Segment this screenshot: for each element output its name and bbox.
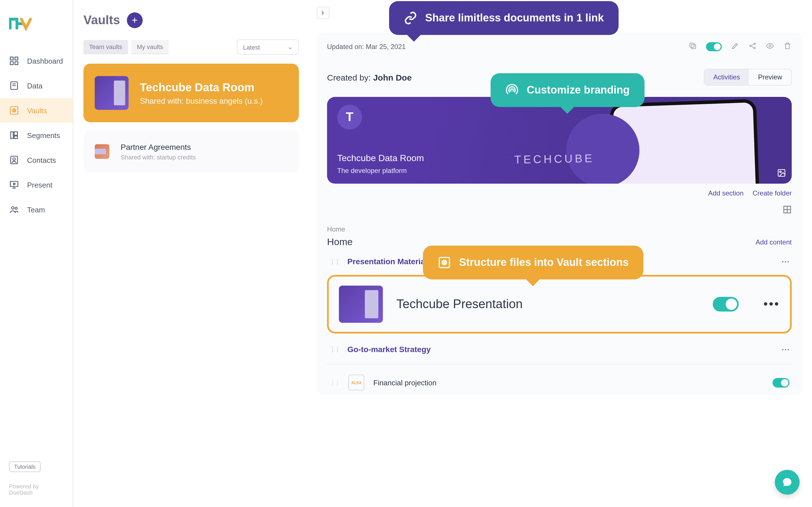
created-by: Created by: John Doe [327, 72, 412, 82]
create-folder-link[interactable]: Create folder [753, 189, 792, 197]
chat-fab[interactable] [775, 470, 800, 495]
svg-point-17 [750, 45, 751, 47]
data-icon [9, 80, 19, 91]
sidebar-item-label: Segments [27, 131, 60, 139]
sidebar-item-label: Vaults [27, 106, 47, 115]
tab-my-vaults[interactable]: My vaults [131, 40, 168, 54]
sidebar: Dashboard Data Vaults Segments Contacts … [0, 0, 73, 507]
drag-handle-icon[interactable]: ⋮⋮ [329, 379, 340, 386]
svg-rect-9 [14, 136, 17, 138]
file-visibility-toggle[interactable] [772, 378, 790, 387]
breadcrumb: Home [327, 225, 792, 233]
svg-rect-0 [10, 57, 13, 60]
svg-point-22 [779, 171, 781, 172]
svg-rect-16 [690, 43, 694, 47]
add-section-link[interactable]: Add section [708, 189, 744, 197]
svg-rect-15 [691, 45, 696, 49]
sort-value: Latest [243, 44, 260, 50]
vault-section-icon [438, 256, 451, 269]
svg-rect-3 [15, 62, 18, 65]
vault-thumbnail [95, 144, 109, 159]
add-content-link[interactable]: Add content [756, 238, 792, 246]
file-thumbnail [339, 286, 383, 323]
trash-icon[interactable] [783, 42, 792, 52]
banner-tagline: The developer platform [337, 167, 781, 175]
xlsx-file-icon: XLSX [349, 375, 364, 390]
more-icon[interactable]: ⋯ [781, 345, 790, 354]
vault-card-partner[interactable]: Partner Agreements Shared with: startup … [84, 130, 299, 173]
sidebar-item-label: Team [27, 205, 45, 214]
sidebar-item-label: Present [27, 180, 52, 189]
vault-title: Techcube Data Room [140, 81, 263, 94]
edit-icon[interactable] [731, 42, 739, 52]
section-name: Home [327, 237, 353, 248]
svg-rect-1 [15, 57, 18, 60]
eye-icon[interactable] [766, 42, 774, 52]
sidebar-item-present[interactable]: Present [0, 172, 73, 197]
more-icon[interactable]: ••• [763, 297, 780, 312]
copy-icon[interactable] [689, 42, 697, 52]
collapse-icon [320, 10, 326, 16]
svg-point-11 [13, 158, 15, 161]
folder-label: Presentation Material [347, 257, 427, 266]
svg-rect-8 [14, 132, 17, 135]
vault-subtitle: Shared with: business angels (u.s.) [140, 96, 263, 105]
vault-card-techcube[interactable]: Techcube Data Room Shared with: business… [84, 64, 299, 122]
updated-on: Updated on: Mar 25, 2021 [327, 43, 406, 51]
sidebar-item-dashboard[interactable]: Dashboard [0, 48, 73, 73]
app-logo [0, 10, 73, 48]
visibility-toggle[interactable] [706, 42, 722, 51]
add-vault-button[interactable]: + [127, 12, 143, 28]
sort-select[interactable]: Latest ⌄ [237, 40, 299, 55]
file-financial-projection[interactable]: ⋮⋮ XLSX Financial projection [327, 370, 792, 395]
vault-detail: Updated on: Mar 25, 2021 Created by: Joh… [305, 0, 812, 507]
sidebar-item-label: Contacts [27, 156, 56, 164]
sidebar-item-team[interactable]: Team [0, 197, 73, 222]
detail-action-icons [689, 42, 792, 52]
vault-title: Partner Agreements [121, 143, 196, 152]
callout-share: Share limitless documents in 1 link [389, 1, 619, 35]
contacts-icon [9, 155, 19, 165]
file-title: Techcube Presentation [396, 297, 523, 312]
dashboard-icon [9, 56, 19, 66]
drag-handle-icon[interactable]: ⋮⋮ [329, 346, 340, 353]
sidebar-item-contacts[interactable]: Contacts [0, 148, 73, 172]
sidebar-nav: Dashboard Data Vaults Segments Contacts … [0, 48, 73, 455]
sidebar-item-label: Dashboard [27, 57, 63, 65]
seg-activities[interactable]: Activities [704, 69, 749, 85]
vault-thumbnail [95, 76, 129, 110]
page-title: Vaults [84, 13, 120, 27]
sidebar-item-vaults[interactable]: Vaults [0, 98, 73, 123]
svg-rect-2 [10, 62, 13, 65]
sidebar-item-segments[interactable]: Segments [0, 123, 73, 148]
grid-view-icon[interactable] [783, 205, 792, 216]
sidebar-item-label: Data [27, 81, 43, 90]
sidebar-footer: Tutorials Powered by DueDash [0, 455, 73, 507]
team-icon [9, 205, 19, 215]
svg-point-20 [769, 45, 771, 47]
fingerprint-icon [505, 83, 519, 97]
present-icon [9, 180, 19, 190]
share-icon[interactable] [748, 42, 757, 52]
drag-handle-icon[interactable]: ⋮⋮ [329, 258, 340, 265]
svg-point-18 [754, 43, 755, 45]
sidebar-item-data[interactable]: Data [0, 73, 73, 98]
svg-point-14 [15, 207, 17, 210]
banner-brand-text: TECHCUBE [514, 152, 595, 166]
folder-label: Go-to-market Strategy [347, 345, 431, 354]
view-segment: Activities Preview [704, 69, 792, 86]
more-icon[interactable]: ⋯ [781, 257, 790, 266]
collapse-panel-button[interactable] [317, 7, 329, 19]
chevron-down-icon: ⌄ [288, 43, 293, 51]
file-visibility-toggle[interactable] [713, 297, 739, 312]
folder-gtm-strategy[interactable]: ⋮⋮ Go-to-market Strategy ⋯ [327, 340, 792, 358]
file-techcube-presentation[interactable]: Techcube Presentation ••• [327, 275, 792, 334]
tab-team-vaults[interactable]: Team vaults [84, 40, 128, 54]
seg-preview[interactable]: Preview [749, 69, 791, 85]
image-icon[interactable] [777, 168, 786, 179]
callout-structure: Structure files into Vault sections [423, 245, 644, 279]
divider [327, 364, 792, 364]
svg-point-19 [754, 47, 755, 49]
tutorials-button[interactable]: Tutorials [9, 461, 41, 472]
chat-icon [781, 476, 793, 488]
